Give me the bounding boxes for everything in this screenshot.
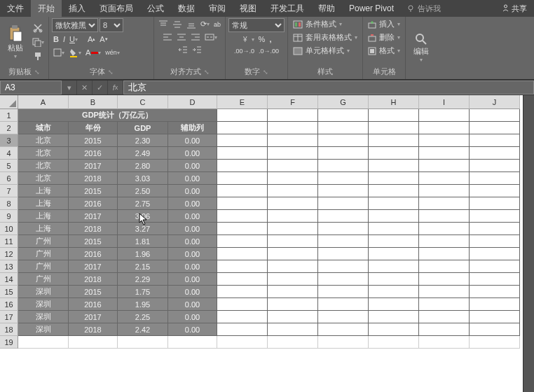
fill-color-button[interactable]: ▾ <box>67 46 83 59</box>
row-header-1[interactable]: 1 <box>0 109 18 122</box>
cell[interactable] <box>369 223 419 235</box>
cell[interactable]: 深圳 <box>18 298 69 311</box>
cells-grid[interactable]: GDP统计（万亿元）城市年份GDP辅助列北京20152.300.00北京2016… <box>18 109 520 349</box>
cell[interactable] <box>419 286 470 298</box>
col-header-B[interactable]: B <box>69 95 118 109</box>
cell[interactable] <box>470 323 520 336</box>
cell[interactable] <box>369 210 419 223</box>
cell[interactable] <box>419 122 470 134</box>
cell[interactable] <box>470 273 520 286</box>
col-header-E[interactable]: E <box>217 95 268 109</box>
cell[interactable] <box>318 336 369 349</box>
cell[interactable]: 北京 <box>18 160 69 172</box>
cell[interactable] <box>318 197 369 210</box>
cell[interactable] <box>369 147 419 160</box>
cell[interactable]: 北京 <box>18 147 69 160</box>
cell[interactable] <box>419 147 470 160</box>
delete-cells-button[interactable]: 删除▾ <box>366 31 402 43</box>
cell[interactable] <box>318 122 369 134</box>
cell[interactable] <box>268 235 318 248</box>
cell[interactable]: 北京 <box>18 172 69 185</box>
cell[interactable] <box>470 185 520 197</box>
row-header-17[interactable]: 17 <box>0 311 18 323</box>
cell[interactable] <box>217 185 268 197</box>
cell[interactable]: 2016 <box>69 298 118 311</box>
cell[interactable]: 0.00 <box>168 223 217 235</box>
cell[interactable]: 1.75 <box>118 286 168 298</box>
cell[interactable]: 1.95 <box>118 298 168 311</box>
title-cell[interactable]: GDP统计（万亿元） <box>18 109 217 122</box>
cell[interactable]: 0.00 <box>168 235 217 248</box>
cell[interactable] <box>217 210 268 223</box>
align-left-button[interactable] <box>161 31 174 43</box>
cell[interactable] <box>217 134 268 147</box>
tab-页面布局[interactable]: 页面布局 <box>93 0 140 18</box>
col-header-A[interactable]: A <box>18 95 69 109</box>
cell[interactable] <box>217 273 268 286</box>
cell[interactable]: 2017 <box>69 260 118 273</box>
cell[interactable]: 城市 <box>18 122 69 134</box>
cell[interactable]: 广州 <box>18 248 69 260</box>
insert-cells-button[interactable]: 插入▾ <box>366 18 402 30</box>
cell[interactable] <box>369 248 419 260</box>
cut-button[interactable] <box>30 22 46 34</box>
cell[interactable]: 2017 <box>69 210 118 223</box>
cell[interactable] <box>369 172 419 185</box>
cell[interactable] <box>369 185 419 197</box>
align-top-button[interactable] <box>157 19 170 30</box>
grow-font-button[interactable]: A▴ <box>86 34 97 45</box>
cell[interactable] <box>369 134 419 147</box>
font-name-select[interactable]: 微软雅黑 <box>52 18 98 32</box>
cell[interactable] <box>217 336 268 349</box>
tab-Power Pivot[interactable]: Power Pivot <box>342 1 401 16</box>
cell[interactable]: 0.00 <box>168 197 217 210</box>
cell[interactable] <box>217 147 268 160</box>
cell[interactable]: 北京 <box>18 134 69 147</box>
cell[interactable] <box>217 122 268 134</box>
col-header-D[interactable]: D <box>168 95 217 109</box>
cell[interactable] <box>217 223 268 235</box>
cell[interactable] <box>470 134 520 147</box>
align-center-button[interactable] <box>175 31 188 43</box>
cell[interactable]: 2.25 <box>118 311 168 323</box>
cell[interactable] <box>118 336 168 349</box>
wrap-text-button[interactable]: ab <box>212 20 222 29</box>
cell[interactable] <box>318 311 369 323</box>
underline-button[interactable]: U▾ <box>68 34 79 45</box>
cell[interactable] <box>369 109 419 122</box>
row-header-11[interactable]: 11 <box>0 235 18 248</box>
decrease-indent-button[interactable] <box>177 44 189 55</box>
cell[interactable]: 1.96 <box>118 248 168 260</box>
cell[interactable] <box>318 273 369 286</box>
align-middle-button[interactable] <box>171 19 184 30</box>
accounting-button[interactable]: ¥▾ <box>240 34 256 45</box>
share-button[interactable]: 共享 <box>502 4 527 14</box>
cell[interactable] <box>268 298 318 311</box>
cell[interactable]: 深圳 <box>18 286 69 298</box>
increase-decimal-button[interactable]: .00→.0 <box>233 46 256 56</box>
cell[interactable] <box>268 185 318 197</box>
row-header-16[interactable]: 16 <box>0 298 18 311</box>
cell[interactable]: 1.81 <box>118 235 168 248</box>
cell[interactable]: 2017 <box>69 311 118 323</box>
cell[interactable]: 广州 <box>18 260 69 273</box>
row-header-3[interactable]: 3 <box>0 134 18 147</box>
cell[interactable] <box>318 210 369 223</box>
cell[interactable] <box>217 298 268 311</box>
format-cells-button[interactable]: 格式▾ <box>366 45 402 57</box>
cell[interactable] <box>268 172 318 185</box>
phonetic-button[interactable]: wén▾ <box>104 48 121 57</box>
cell[interactable]: 2.30 <box>118 134 168 147</box>
align-right-button[interactable] <box>189 31 202 43</box>
col-header-J[interactable]: J <box>470 95 520 109</box>
cancel-formula-button[interactable]: ✕ <box>77 80 93 94</box>
cell[interactable] <box>217 311 268 323</box>
cell[interactable]: 0.00 <box>168 286 217 298</box>
cell[interactable]: 0.00 <box>168 273 217 286</box>
cell[interactable] <box>419 197 470 210</box>
cell[interactable] <box>419 223 470 235</box>
cell[interactable] <box>268 248 318 260</box>
italic-button[interactable]: I <box>62 34 67 45</box>
col-header-I[interactable]: I <box>419 95 470 109</box>
copy-button[interactable]: ▾ <box>30 36 46 48</box>
